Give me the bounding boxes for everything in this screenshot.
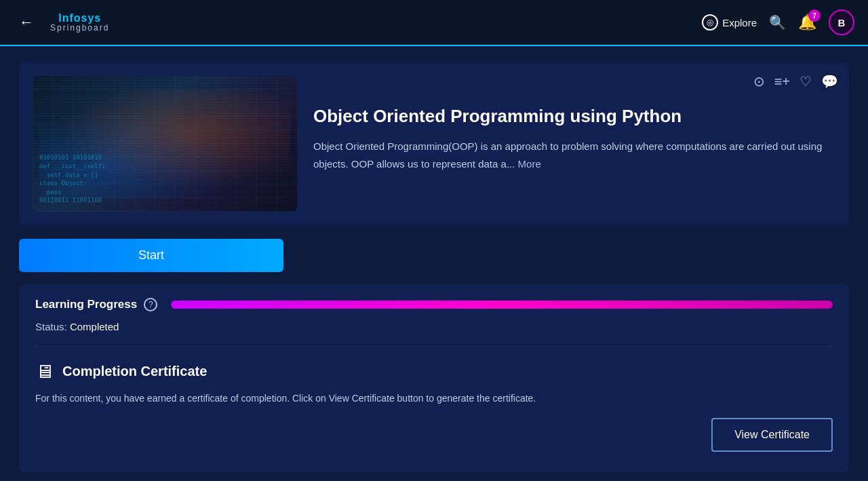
- more-link[interactable]: More: [518, 158, 541, 170]
- explore-nav-item[interactable]: ◎ Explore: [702, 14, 757, 31]
- start-button[interactable]: Start: [19, 239, 283, 272]
- progress-header: Learning Progress ?: [35, 298, 833, 311]
- certificate-section: 🖥 Completion Certificate For this conten…: [35, 358, 833, 452]
- nav-left: ← Infosys Springboard: [14, 11, 109, 34]
- avatar[interactable]: B: [829, 9, 854, 35]
- progress-section: Learning Progress ? Status: Completed 🖥 …: [19, 284, 849, 472]
- thumbnail-code-overlay: 01010101 10101010 def __init__(self): se…: [39, 153, 109, 205]
- back-button[interactable]: ←: [14, 11, 39, 34]
- notification-bell[interactable]: 🔔 7: [798, 14, 816, 31]
- course-actions: ⊙ ≡+ ♡ 💬: [753, 73, 838, 90]
- explore-label: Explore: [722, 17, 757, 28]
- help-icon[interactable]: ?: [144, 298, 157, 311]
- course-thumbnail: 01010101 10101010 def __init__(self): se…: [33, 76, 297, 212]
- playlist-add-icon[interactable]: ≡+: [774, 74, 790, 90]
- logo: Infosys Springboard: [50, 12, 109, 33]
- status-value: Completed: [70, 321, 119, 332]
- course-info: ⊙ ≡+ ♡ 💬 Object Oriented Programming usi…: [313, 76, 835, 212]
- course-title: Object Oriented Programming using Python: [313, 106, 835, 127]
- cert-description: For this content, you have earned a cert…: [35, 391, 833, 406]
- notification-badge: 7: [808, 9, 821, 22]
- cert-header: 🖥 Completion Certificate: [35, 360, 833, 383]
- cert-button-row: View Certificate: [35, 418, 833, 452]
- certificate-icon: 🖥: [35, 360, 54, 383]
- main-content: 01010101 10101010 def __init__(self): se…: [0, 46, 868, 481]
- compass-icon: ◎: [702, 14, 718, 31]
- heart-icon[interactable]: ♡: [800, 73, 812, 90]
- progress-title: Learning Progress: [35, 298, 137, 311]
- status-line: Status: Completed: [35, 321, 833, 332]
- progress-bar-fill: [171, 301, 833, 309]
- divider: [35, 346, 833, 347]
- nav-right: ◎ Explore 🔍 🔔 7 B: [702, 9, 854, 35]
- logo-infosys: Infosys: [58, 12, 101, 24]
- logo-springboard: Springboard: [50, 24, 109, 33]
- status-label: Status:: [35, 321, 67, 332]
- target-icon[interactable]: ⊙: [753, 73, 765, 90]
- cert-title: Completion Certificate: [62, 364, 207, 379]
- search-icon[interactable]: 🔍: [769, 14, 786, 31]
- course-description: Object Oriented Programming(OOP) is an a…: [313, 138, 835, 172]
- view-certificate-button[interactable]: View Certificate: [711, 418, 833, 452]
- thumbnail-overlay: 01010101 10101010 def __init__(self): se…: [33, 76, 297, 212]
- progress-bar-container: [171, 301, 833, 309]
- navbar: ← Infosys Springboard ◎ Explore 🔍 🔔 7 B: [0, 0, 868, 46]
- chat-icon[interactable]: 💬: [821, 73, 838, 90]
- course-card: 01010101 10101010 def __init__(self): se…: [19, 62, 849, 225]
